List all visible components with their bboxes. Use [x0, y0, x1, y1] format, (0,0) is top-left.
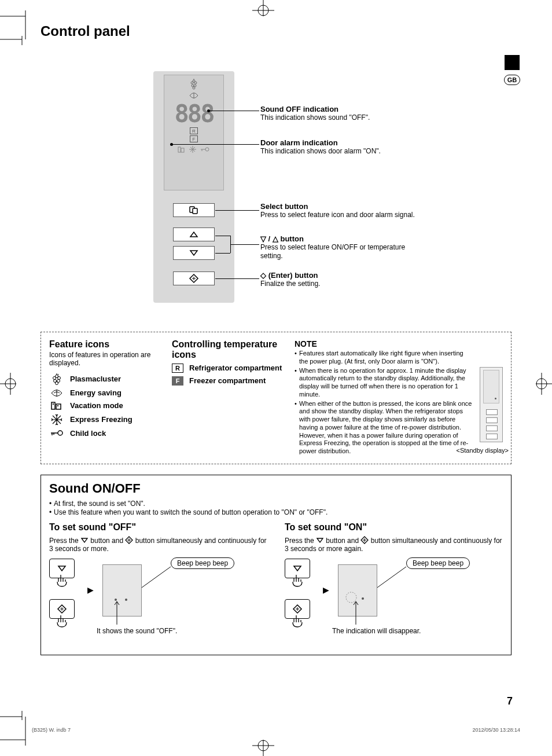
callout-enter: ◇ (Enter) button Finalize the setting.	[260, 271, 428, 288]
up-button[interactable]	[173, 227, 215, 241]
footer-right: 2012/05/30 13:28:14	[472, 727, 520, 733]
svg-point-20	[56, 381, 58, 384]
standby-label: <Standby display>	[456, 447, 509, 454]
svg-rect-23	[53, 403, 54, 405]
down-button[interactable]	[173, 246, 215, 260]
vacation-mode-icon	[178, 146, 186, 155]
svg-point-12	[205, 148, 209, 151]
hand-icon	[54, 614, 71, 628]
temp-icons-heading: Controlling temperature icons	[172, 339, 288, 360]
sound-heading: Sound ON/OFF	[49, 481, 503, 496]
svg-point-25	[58, 431, 62, 435]
hand-icon	[54, 574, 71, 588]
feature-icons-desc: Icons of features in operation are displ…	[49, 351, 165, 368]
child-lock-icon	[49, 429, 64, 437]
plasmacluster-icon	[49, 373, 64, 385]
callout-sound-off: Sound OFF indication This indication sho…	[260, 105, 428, 122]
hand-icon	[289, 574, 307, 588]
display-area: 888 R F	[164, 75, 224, 190]
page-title: Control panel	[41, 23, 511, 39]
arrow-right-icon: ▶	[323, 585, 329, 594]
svg-rect-24	[57, 405, 58, 406]
sound-off-heading: To set sound "OFF"	[49, 522, 267, 533]
list-item: R Refrigerator compartment	[172, 364, 288, 373]
footer-left: (B325) W. indb 7	[32, 727, 71, 733]
svg-rect-21	[51, 402, 55, 409]
segment-display: 888	[175, 103, 214, 125]
energy-saving-icon	[49, 388, 64, 398]
select-button[interactable]	[173, 203, 215, 217]
svg-rect-10	[178, 147, 181, 152]
vacation-mode-icon	[49, 401, 64, 410]
svg-rect-11	[181, 148, 184, 152]
sound-on-heading: To set sound "ON"	[285, 522, 503, 533]
svg-point-8	[194, 85, 196, 87]
display-figure	[102, 564, 142, 616]
page-number: 7	[507, 695, 513, 707]
feature-icons-heading: Feature icons	[49, 339, 165, 350]
sound-on-text: Press the button and button simultaneous…	[285, 536, 503, 553]
callout-updown: ▽ / △ button Press to select feature ON/…	[260, 234, 428, 260]
icons-explain-box: Feature icons Icons of features in opera…	[41, 332, 511, 464]
list-item: Plasmacluster	[49, 373, 165, 385]
list-item: Express Freezing	[49, 414, 165, 425]
sound-off-text: Press the button and button simultaneous…	[49, 536, 267, 553]
callout-select: Select button Press to select feature ic…	[260, 202, 428, 219]
snowflake-icon	[189, 146, 196, 155]
f-box-icon: F	[172, 376, 183, 386]
r-box-icon: R	[172, 364, 183, 373]
note-body: Features start automatically like right …	[295, 350, 503, 456]
list-item: F Freezer compartment	[172, 376, 288, 386]
energy-saving-icon	[189, 91, 199, 100]
list-item: Child lock	[49, 429, 165, 438]
sound-intro: At first, the sound is set "ON". Use thi…	[49, 500, 503, 518]
snowflake-icon	[49, 414, 64, 425]
beep-label: Beep beep beep	[171, 557, 234, 569]
list-item: Energy saving	[49, 388, 165, 398]
enter-button[interactable]	[173, 271, 215, 285]
sound-onoff-box: Sound ON/OFF At first, the sound is set …	[41, 475, 511, 655]
list-item: Vacation mode	[49, 401, 165, 410]
f-indicator: F	[190, 135, 198, 142]
hand-icon	[289, 614, 307, 628]
callout-door-alarm: Door alarm indication This indication sh…	[260, 138, 428, 156]
beep-label: Beep beep beep	[406, 557, 470, 569]
child-lock-icon	[200, 146, 210, 155]
control-panel: 888 R F	[153, 71, 234, 303]
arrow-right-icon: ▶	[87, 585, 94, 594]
page-marker	[505, 55, 520, 70]
svg-point-17	[56, 375, 58, 377]
svg-point-7	[192, 85, 194, 87]
svg-point-9	[193, 87, 195, 89]
r-indicator: R	[190, 127, 198, 134]
sound-off-caption: It shows the sound "OFF".	[97, 627, 177, 635]
plasmacluster-icon	[189, 79, 199, 89]
svg-rect-14	[193, 208, 197, 214]
sound-on-caption: The indication will disappear.	[332, 627, 421, 635]
note-heading: NOTE	[295, 339, 503, 348]
standby-display-figure	[480, 367, 503, 442]
svg-rect-22	[56, 404, 61, 409]
